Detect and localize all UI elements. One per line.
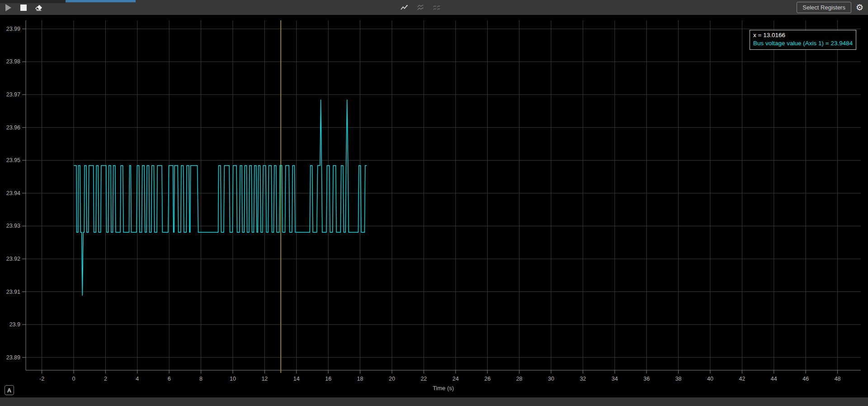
svg-text:44: 44 (771, 376, 777, 382)
eraser-icon (35, 4, 42, 11)
svg-text:6: 6 (168, 376, 171, 382)
gridlines (26, 20, 861, 370)
plotter-window: Select Registers ⚙ -20246810121416182022… (0, 0, 868, 406)
play-icon (5, 4, 12, 12)
stop-icon (20, 5, 27, 11)
svg-text:23.96: 23.96 (6, 124, 20, 131)
svg-text:2: 2 (104, 376, 107, 382)
svg-text:23.97: 23.97 (6, 91, 20, 98)
svg-text:14: 14 (293, 376, 300, 382)
play-button[interactable] (4, 2, 13, 13)
svg-text:12: 12 (261, 376, 268, 382)
single-plot-icon (401, 4, 408, 11)
svg-text:23.89: 23.89 (6, 354, 20, 361)
tooltip-series-value: Bus voltage value (Axis 1) = 23.9484 (753, 39, 853, 48)
dual-plot-icon (417, 4, 424, 12)
svg-text:8: 8 (199, 376, 203, 382)
svg-text:30: 30 (548, 376, 554, 382)
svg-text:23.98: 23.98 (6, 58, 20, 65)
stop-button[interactable] (19, 2, 28, 13)
svg-text:23.99: 23.99 (6, 26, 20, 32)
svg-text:23.9: 23.9 (9, 321, 20, 328)
tooltip-x-value: x = 13.0166 (753, 31, 853, 39)
svg-text:18: 18 (357, 376, 363, 382)
clear-plot-button[interactable] (34, 2, 43, 13)
svg-text:36: 36 (643, 376, 650, 382)
gear-icon: ⚙ (856, 3, 863, 12)
svg-text:46: 46 (802, 376, 809, 382)
svg-text:40: 40 (707, 376, 713, 382)
svg-text:10: 10 (230, 376, 236, 382)
settings-button[interactable]: ⚙ (856, 3, 863, 12)
toolbar: Select Registers ⚙ (0, 0, 868, 15)
line-chart[interactable]: -202468101214161820222426283032343638404… (0, 15, 868, 397)
svg-text:23.95: 23.95 (6, 157, 20, 163)
single-plot-button[interactable] (400, 2, 409, 13)
svg-text:26: 26 (484, 376, 491, 382)
axes (22, 20, 861, 373)
svg-text:0: 0 (72, 376, 75, 382)
plot-layout-controls (400, 0, 441, 15)
svg-text:42: 42 (739, 376, 745, 382)
svg-text:48: 48 (835, 376, 841, 382)
toolbar-right: Select Registers ⚙ (797, 0, 863, 15)
svg-text:23.92: 23.92 (6, 256, 20, 262)
dual-plot-button[interactable] (416, 2, 425, 13)
svg-text:16: 16 (325, 376, 331, 382)
svg-text:38: 38 (675, 376, 682, 382)
quad-plot-icon (433, 4, 440, 12)
autoscale-button[interactable]: A (5, 385, 14, 395)
svg-text:22: 22 (420, 376, 427, 382)
svg-text:28: 28 (516, 376, 523, 382)
cursor-tooltip: x = 13.0166 Bus voltage value (Axis 1) =… (750, 30, 856, 50)
svg-text:23.93: 23.93 (6, 223, 20, 229)
quad-plot-button[interactable] (432, 2, 441, 13)
svg-text:-2: -2 (39, 376, 44, 382)
svg-text:23.91: 23.91 (6, 289, 20, 295)
svg-text:20: 20 (389, 376, 395, 382)
svg-text:4: 4 (136, 376, 139, 382)
transport-controls (4, 0, 43, 15)
x-axis-label: Time (s) (433, 385, 454, 392)
svg-text:23.94: 23.94 (6, 190, 20, 196)
svg-text:32: 32 (580, 376, 586, 382)
trace-bus-voltage-value-axis-1- (74, 100, 367, 296)
active-tab-indicator (66, 0, 136, 2)
chart-area: -202468101214161820222426283032343638404… (0, 15, 868, 397)
status-bar (0, 397, 868, 406)
select-registers-button[interactable]: Select Registers (797, 2, 851, 13)
svg-text:24: 24 (453, 376, 459, 382)
svg-text:34: 34 (612, 376, 618, 382)
